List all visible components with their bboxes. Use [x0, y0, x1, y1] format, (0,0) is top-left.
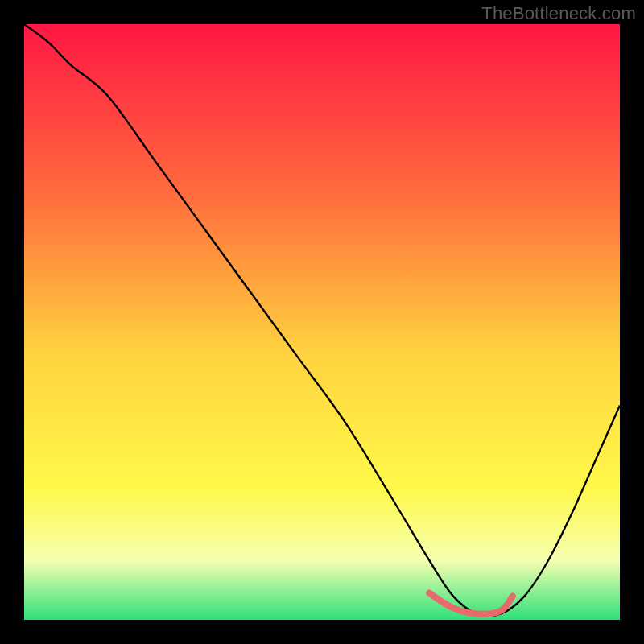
bottleneck-chart — [0, 0, 644, 644]
plot-area — [24, 24, 620, 620]
chart-canvas: TheBottleneck.com — [0, 0, 644, 644]
